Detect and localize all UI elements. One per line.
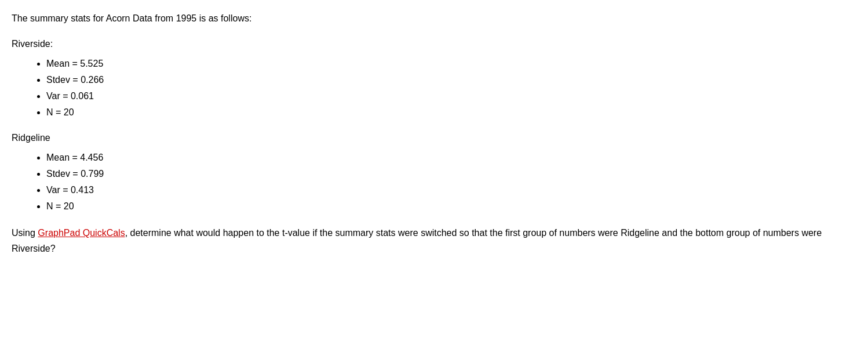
- conclusion-prefix: Using: [12, 228, 38, 238]
- conclusion-suffix: , determine what would happen to the t-v…: [12, 228, 822, 253]
- graphpad-link[interactable]: GraphPad QuickCals: [38, 228, 125, 238]
- riverside-stat-var: Var = 0.061: [46, 89, 856, 103]
- ridgeline-stat-n: N = 20: [46, 199, 856, 213]
- ridgeline-label: Ridgeline: [12, 131, 856, 145]
- riverside-stat-n: N = 20: [46, 106, 856, 119]
- ridgeline-stats-list: Mean = 4.456 Stdev = 0.799 Var = 0.413 N…: [12, 151, 856, 213]
- riverside-stat-mean: Mean = 5.525: [46, 57, 856, 71]
- ridgeline-stat-mean: Mean = 4.456: [46, 151, 856, 165]
- ridgeline-stat-stdev: Stdev = 0.799: [46, 167, 856, 181]
- conclusion-text: Using GraphPad QuickCals, determine what…: [12, 225, 856, 256]
- riverside-stat-stdev: Stdev = 0.266: [46, 73, 856, 87]
- intro-text: The summary stats for Acorn Data from 19…: [12, 12, 856, 26]
- ridgeline-stat-var: Var = 0.413: [46, 183, 856, 197]
- riverside-label: Riverside:: [12, 37, 856, 51]
- riverside-stats-list: Mean = 5.525 Stdev = 0.266 Var = 0.061 N…: [12, 57, 856, 119]
